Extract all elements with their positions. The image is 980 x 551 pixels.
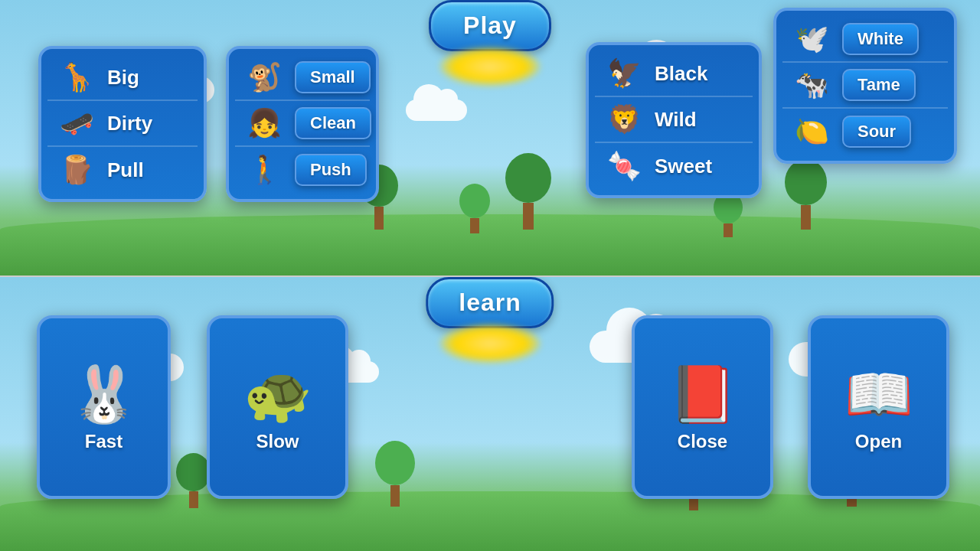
play-button[interactable]: Play [429,0,551,51]
girl-icon: 👧 [241,107,287,139]
lemon-icon: 🍋 [789,116,835,148]
learn-btn-glow [440,324,540,363]
row-tame[interactable]: 🐄 Tame [782,63,948,109]
learn-button-wrap: learn [426,277,554,363]
left-panel-1: 🦒 Big 🛹 Dirty 🪵 Pull [38,46,207,202]
black-label: Black [655,62,746,86]
tame-button[interactable]: Tame [842,69,916,101]
row-clean[interactable]: 👧 Clean [235,101,370,147]
lion-icon: 🦁 [601,103,647,135]
card-open[interactable]: 📖 Open [808,315,949,499]
cow-icon: 🐄 [789,69,835,101]
right-panel-1: 🦅 Black 🦁 Wild 🍬 Sweet [586,42,762,198]
row-push[interactable]: 🚶 Push [235,147,370,193]
sour-button[interactable]: Sour [842,116,911,148]
left-panel-2: 🐒 Small 👧 Clean 🚶 Push [226,46,379,202]
tree-7 [375,441,415,507]
play-button-wrap: Play [429,0,551,86]
ground-top [0,214,980,276]
tree-3 [505,153,551,230]
card-fast[interactable]: 🐰 Fast [37,315,171,499]
slow-label: Slow [256,431,299,452]
row-sour[interactable]: 🍋 Sour [782,109,948,155]
giraffe-icon: 🦒 [54,61,100,93]
book-open-icon: 📖 [844,362,913,427]
card-slow[interactable]: 🐢 Slow [207,315,348,499]
rabbit-icon: 🐰 [70,362,139,427]
cloud-2 [406,99,467,121]
row-pull[interactable]: 🪵 Pull [47,147,198,193]
small-button[interactable]: Small [295,61,371,93]
monkey-icon: 🐒 [241,61,287,93]
row-wild[interactable]: 🦁 Wild [595,97,753,143]
toucan-icon: 🦅 [601,57,647,90]
top-section: Play 🦒 Big 🛹 Dirty 🪵 Pull 🐒 Small 👧 Clea… [0,0,980,276]
white-button[interactable]: White [842,23,919,55]
dirty-label: Dirty [107,112,191,135]
tree-4 [785,159,827,230]
bottom-section: learn 🐰 Fast 🐢 Slow 📕 Close 📖 Open [0,277,980,551]
pull-icon: 🪵 [54,154,100,186]
big-label: Big [107,66,191,90]
dirty-icon: 🛹 [54,107,100,139]
tree-5 [714,191,743,237]
row-white[interactable]: 🕊️ White [782,17,948,63]
row-dirty[interactable]: 🛹 Dirty [47,101,198,147]
card-close[interactable]: 📕 Close [632,315,773,499]
fast-label: Fast [85,431,122,452]
pull-label: Pull [107,158,191,182]
book-closed-icon: 📕 [668,362,737,427]
learn-button[interactable]: learn [426,277,554,328]
tree-6 [176,453,211,508]
wild-label: Wild [655,108,746,132]
row-small[interactable]: 🐒 Small [235,55,370,101]
right-panel-2: 🕊️ White 🐄 Tame 🍋 Sour [773,8,957,164]
candy-icon: 🍬 [601,150,647,182]
tree-2 [459,184,490,233]
turtle-icon: 🐢 [243,362,312,427]
row-black[interactable]: 🦅 Black [595,51,753,97]
open-label: Open [855,431,902,452]
bird-icon: 🕊️ [789,23,835,55]
close-label: Close [678,431,727,452]
push-icon: 🚶 [241,154,287,186]
sweet-label: Sweet [655,155,746,178]
btn-glow [440,47,540,86]
row-sweet[interactable]: 🍬 Sweet [595,143,753,189]
push-button[interactable]: Push [295,154,367,186]
row-big[interactable]: 🦒 Big [47,55,198,101]
clean-button[interactable]: Clean [295,107,371,139]
